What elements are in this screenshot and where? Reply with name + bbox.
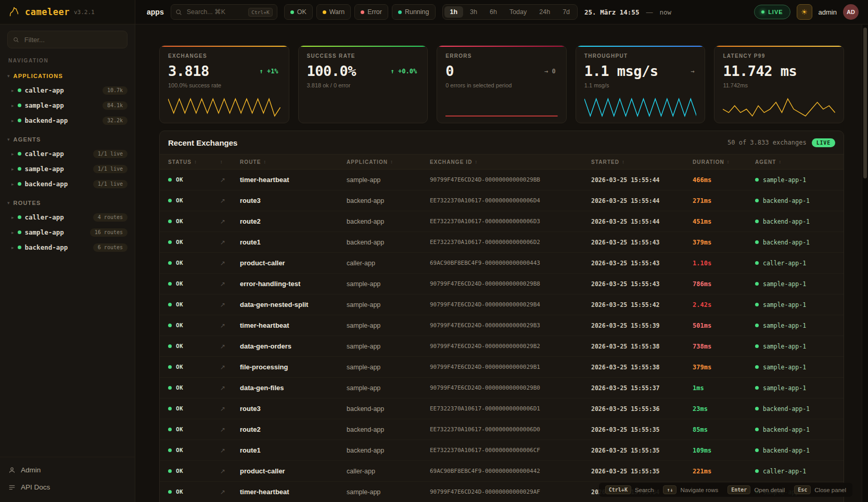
exchange-row[interactable]: OK↗route2backend-appEE7322370A10617-0000…	[160, 211, 844, 232]
open-cell[interactable]: ↗	[212, 447, 232, 454]
status-dot-icon	[18, 167, 21, 171]
sidebar-item-admin[interactable]: Admin	[0, 461, 135, 479]
filter-input[interactable]	[23, 35, 122, 44]
exchange-row[interactable]: OK↗route2backend-appEE7322370A10617-0000…	[160, 419, 844, 440]
status-filter-ok[interactable]: OK	[284, 4, 313, 20]
sidebar-item-applications-sample-app[interactable]: ▸sample-app84.1k	[0, 98, 135, 113]
external-link-icon: ↗	[220, 343, 225, 350]
column-header-icon[interactable]: ↕	[212, 159, 232, 164]
open-cell[interactable]: ↗	[212, 280, 232, 288]
started-cell: 2026-03-25 15:55:39	[583, 322, 684, 329]
exchange-row[interactable]: OK↗timer-heartbeatsample-app90799F47E6CD…	[160, 315, 844, 336]
open-cell[interactable]: ↗	[212, 343, 232, 350]
sparkline-chart	[584, 96, 697, 118]
live-toggle-button[interactable]: LIVE	[754, 5, 790, 19]
column-header-application[interactable]: APPLICATION↕	[338, 159, 422, 165]
theme-toggle-button[interactable]: ☀	[797, 4, 812, 20]
open-cell[interactable]: ↗	[212, 488, 232, 496]
sparkline-chart	[723, 96, 835, 118]
sort-icon: ↕	[622, 159, 625, 164]
status-filter-running[interactable]: Running	[392, 4, 436, 20]
sidebar-item-routes-backend-app[interactable]: ▸backend-app6 routes	[0, 240, 135, 255]
exchange-row[interactable]: OK↗data-gen-orderssample-app90799F47E6CD…	[160, 336, 844, 357]
exchange-row[interactable]: OK↗file-processingsample-app90799F47E6CD…	[160, 357, 844, 378]
time-range-today[interactable]: Today	[504, 6, 532, 18]
avatar[interactable]: AD	[843, 4, 859, 20]
column-header-duration[interactable]: DURATION↕	[684, 159, 747, 165]
sidebar-item-api-docs[interactable]: API Docs	[0, 479, 135, 496]
agent-label: sample-app-1	[763, 364, 806, 371]
scrollbar-track[interactable]	[862, 24, 868, 502]
column-header-agent[interactable]: AGENT↕	[747, 159, 844, 165]
exchange-row[interactable]: OK↗product-callercaller-app69AC90BF8EBC4…	[160, 461, 844, 482]
search-input[interactable]	[186, 8, 245, 16]
column-header-started[interactable]: STARTED↕	[583, 159, 684, 165]
open-cell[interactable]: ↗	[212, 405, 232, 413]
open-cell[interactable]: ↗	[212, 260, 232, 267]
time-range-24h[interactable]: 24h	[533, 6, 556, 18]
chevron-right-icon: ▸	[11, 166, 14, 172]
sidebar-item-routes-sample-app[interactable]: ▸sample-app16 routes	[0, 225, 135, 240]
time-range-1h[interactable]: 1h	[444, 6, 464, 18]
column-label: STARTED	[591, 159, 619, 165]
exchange-row[interactable]: OK↗timer-heartbeatsample-app90799F47E6CD…	[160, 170, 844, 190]
status-filter-error[interactable]: Error	[354, 4, 388, 20]
open-cell[interactable]: ↗	[212, 197, 232, 204]
column-header-route[interactable]: ROUTE↕	[232, 159, 338, 165]
agent-cell: sample-app-1	[747, 364, 844, 371]
sidebar-item-agents-caller-app[interactable]: ▸caller-app1/1 live	[0, 146, 135, 161]
range-end: now	[659, 8, 671, 16]
status-label: OK	[176, 280, 183, 287]
exchange-row[interactable]: OK↗route1backend-appEE7322370A10617-0000…	[160, 232, 844, 253]
status-filter-warn[interactable]: Warn	[316, 4, 351, 20]
duration-cell: 379ms	[684, 364, 747, 371]
sidebar-item-routes-caller-app[interactable]: ▸caller-app4 routes	[0, 210, 135, 225]
exchange-row[interactable]: OK↗route3backend-appEE7322370A10617-0000…	[160, 190, 844, 211]
external-link-icon: ↗	[220, 176, 225, 184]
section-header-agents[interactable]: ▾AGENTS	[0, 136, 135, 146]
kbd-chip: Esc	[794, 485, 811, 494]
kbd-chip: ↑↓	[663, 485, 676, 494]
sidebar-item-applications-caller-app[interactable]: ▸caller-app10.7k	[0, 83, 135, 98]
stat-cards: EXCHANGES3.818↑ +1%100.0% success rateSU…	[159, 45, 844, 123]
exchange-row[interactable]: OK↗route1backend-appEE7322370A10617-0000…	[160, 440, 844, 461]
logo[interactable]: cameleer v3.2.1	[0, 0, 135, 24]
open-cell[interactable]: ↗	[212, 176, 232, 184]
time-range-7d[interactable]: 7d	[557, 6, 576, 18]
sidebar-item-agents-backend-app[interactable]: ▸backend-app1/1 live	[0, 176, 135, 191]
agent-cell: sample-app-1	[747, 280, 844, 288]
scrollbar-thumb[interactable]	[863, 28, 867, 178]
open-cell[interactable]: ↗	[212, 301, 232, 308]
open-cell[interactable]: ↗	[212, 384, 232, 392]
open-cell[interactable]: ↗	[212, 322, 232, 329]
stat-value: 3.818	[168, 63, 209, 79]
sidebar-filter[interactable]	[7, 31, 127, 48]
exchange-row[interactable]: OK↗data-gen-filessample-app90799F47E6CD2…	[160, 378, 844, 398]
status-cell: OK	[160, 426, 212, 433]
sort-icon: ↕	[220, 159, 223, 164]
stat-title: THROUGHPUT	[584, 53, 697, 59]
open-cell[interactable]: ↗	[212, 468, 232, 475]
section-header-applications[interactable]: ▾APPLICATIONS	[0, 73, 135, 83]
exchange-row[interactable]: OK↗data-gen-nested-splitsample-app90799F…	[160, 294, 844, 315]
external-link-icon: ↗	[220, 280, 225, 288]
time-range-3h[interactable]: 3h	[464, 6, 483, 18]
exchange-row[interactable]: OK↗product-callercaller-app69AC90BF8EBC4…	[160, 253, 844, 274]
sidebar-item-applications-backend-app[interactable]: ▸backend-app32.2k	[0, 113, 135, 128]
open-cell[interactable]: ↗	[212, 364, 232, 371]
application-cell: backend-app	[338, 218, 422, 225]
open-cell[interactable]: ↗	[212, 239, 232, 246]
sidebar-item-agents-sample-app[interactable]: ▸sample-app1/1 live	[0, 161, 135, 176]
time-range-6h[interactable]: 6h	[484, 6, 503, 18]
open-cell[interactable]: ↗	[212, 218, 232, 225]
agent-label: sample-app-1	[763, 384, 806, 392]
global-search[interactable]: Ctrl+K	[171, 4, 277, 20]
agent-dot-icon	[755, 386, 759, 390]
status-dot-icon	[168, 178, 172, 182]
exchange-row[interactable]: OK↗route3backend-appEE7322370A10617-0000…	[160, 398, 844, 419]
open-cell[interactable]: ↗	[212, 426, 232, 433]
section-header-routes[interactable]: ▾ROUTES	[0, 200, 135, 210]
column-header-exchange-id[interactable]: EXCHANGE ID↕	[422, 159, 583, 165]
exchange-row[interactable]: OK↗error-handling-testsample-app90799F47…	[160, 274, 844, 294]
column-header-status[interactable]: STATUS↕	[160, 159, 212, 165]
